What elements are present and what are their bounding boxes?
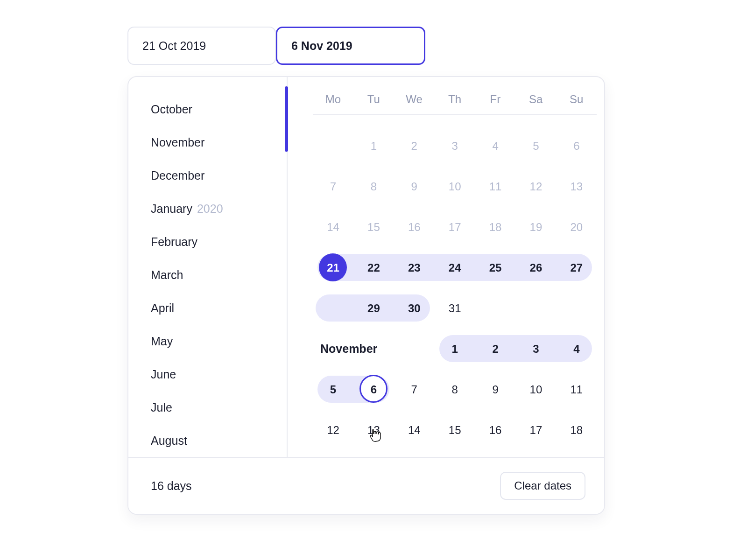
day-cell[interactable]: 11: [556, 369, 597, 410]
day-cell: 1: [353, 126, 394, 166]
day-cell[interactable]: 31: [435, 288, 475, 329]
day-cell[interactable]: 14: [394, 410, 435, 450]
day-cell[interactable]: 10: [515, 369, 556, 410]
day-cell: [313, 126, 353, 166]
weekday-label: Tu: [353, 93, 394, 106]
day-cell: 19: [515, 207, 556, 247]
month-list-item[interactable]: Jule: [151, 391, 287, 424]
day-cell: [353, 329, 394, 369]
weekday-label: We: [394, 93, 435, 106]
month-label: January: [151, 202, 192, 216]
start-date-field[interactable]: 21 Oct 2019: [127, 27, 276, 65]
day-cell[interactable]: 5: [313, 369, 353, 410]
day-cell[interactable]: 23: [394, 247, 435, 288]
month-list-item[interactable]: March: [151, 259, 287, 292]
day-cell[interactable]: 24: [435, 247, 475, 288]
day-cell[interactable]: 30: [394, 288, 435, 329]
month-list: OctoberNovemberDecemberJanuary2020Februa…: [128, 77, 288, 457]
weekday-label: Fr: [475, 93, 515, 106]
day-cell[interactable]: 18: [556, 410, 597, 450]
day-cell: [313, 288, 353, 329]
day-cell: [515, 288, 556, 329]
day-cell[interactable]: 6: [353, 369, 394, 410]
day-cell: 17: [435, 207, 475, 247]
day-cell: 18: [475, 207, 516, 247]
end-date-field[interactable]: 6 Nov 2019: [276, 27, 425, 65]
day-cell: [475, 288, 516, 329]
month-list-item[interactable]: August: [151, 424, 287, 457]
month-label: May: [151, 335, 173, 348]
month-list-item[interactable]: May: [151, 325, 287, 358]
day-cell[interactable]: 8: [435, 369, 475, 410]
selected-days-count: 16 days: [151, 479, 192, 493]
weekday-label: Mo: [313, 93, 353, 106]
day-cell: 9: [394, 166, 435, 207]
month-list-item[interactable]: April: [151, 292, 287, 325]
day-cell[interactable]: 1: [435, 329, 475, 369]
day-cell: 8: [353, 166, 394, 207]
date-range-popover: OctoberNovemberDecemberJanuary2020Februa…: [127, 76, 605, 515]
day-cell: 15: [353, 207, 394, 247]
day-cell[interactable]: 21: [313, 247, 353, 288]
divider: [313, 114, 597, 115]
weekday-label: Su: [556, 93, 597, 106]
month-label: June: [151, 368, 176, 381]
day-cell[interactable]: 2: [475, 329, 516, 369]
day-cell[interactable]: 29: [353, 288, 394, 329]
month-list-item[interactable]: June: [151, 358, 287, 391]
day-cell: 2: [394, 126, 435, 166]
day-cell: 14: [313, 207, 353, 247]
day-cell[interactable]: 22: [353, 247, 394, 288]
day-cell: 11: [475, 166, 516, 207]
day-cell[interactable]: 12: [313, 410, 353, 450]
day-cell[interactable]: 27: [556, 247, 597, 288]
month-list-item[interactable]: December: [151, 159, 287, 192]
day-cell: 7: [313, 166, 353, 207]
start-date-value: 21 Oct 2019: [142, 39, 206, 53]
day-cell: [394, 329, 435, 369]
month-year-suffix: 2020: [197, 202, 223, 216]
day-cell[interactable]: 16: [475, 410, 516, 450]
weekday-header: MoTuWeThFrSaSu: [313, 93, 597, 106]
month-list-item[interactable]: November: [151, 126, 287, 159]
month-list-item[interactable]: October: [151, 93, 287, 126]
end-date-value: 6 Nov 2019: [291, 39, 352, 53]
day-cell: 13: [556, 166, 597, 207]
day-cell[interactable]: 4: [556, 329, 597, 369]
day-cell[interactable]: 26: [515, 247, 556, 288]
day-cell[interactable]: 13: [353, 410, 394, 450]
weekday-label: Th: [435, 93, 475, 106]
month-label: August: [151, 434, 187, 448]
day-cell[interactable]: 3: [515, 329, 556, 369]
month-list-item[interactable]: February: [151, 225, 287, 259]
day-cell: 3: [435, 126, 475, 166]
day-cell: 6: [556, 126, 597, 166]
day-cell[interactable]: 15: [435, 410, 475, 450]
month-label: April: [151, 301, 174, 315]
month-label: February: [151, 235, 197, 249]
day-cell[interactable]: 7: [394, 369, 435, 410]
day-cell[interactable]: 25: [475, 247, 516, 288]
day-cell: 5: [515, 126, 556, 166]
day-cell: 10: [435, 166, 475, 207]
popover-footer: 16 days Clear dates: [128, 457, 604, 514]
month-list-item[interactable]: January2020: [151, 192, 287, 225]
month-label: November: [151, 136, 204, 149]
day-cell: 12: [515, 166, 556, 207]
weekday-label: Sa: [515, 93, 556, 106]
month-label: Jule: [151, 401, 172, 414]
day-cell: 4: [475, 126, 516, 166]
day-cell: 20: [556, 207, 597, 247]
day-cell: [556, 288, 597, 329]
month-label: December: [151, 169, 204, 182]
day-cell[interactable]: 17: [515, 410, 556, 450]
day-cell: 16: [394, 207, 435, 247]
day-cell: [313, 329, 353, 369]
calendar: MoTuWeThFrSaSu 1234567891011121314151617…: [288, 77, 604, 457]
month-label: March: [151, 268, 183, 282]
clear-dates-button[interactable]: Clear dates: [500, 472, 585, 500]
month-label: October: [151, 103, 192, 116]
day-cell[interactable]: 9: [475, 369, 516, 410]
